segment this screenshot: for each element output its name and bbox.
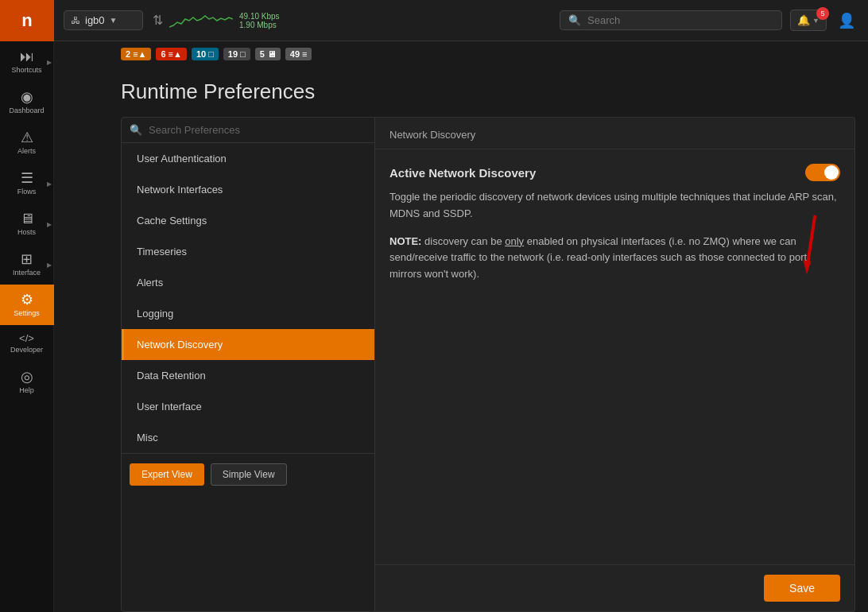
svg-line-0: [787, 217, 835, 267]
badge-icon: ≡▲: [133, 49, 146, 59]
search-input[interactable]: [587, 14, 773, 26]
note-body: discovery can be: [424, 235, 505, 247]
sidebar-item-label: Shortcuts: [11, 66, 41, 74]
sidebar-item-label: Interface: [13, 269, 41, 277]
traffic-download: 1.90 Mbps: [239, 21, 280, 29]
badge-flows[interactable]: 49 ≡: [285, 48, 312, 60]
badge-interfaces[interactable]: 19 □: [223, 48, 250, 60]
notification-button[interactable]: 🔔 ▼ 5: [790, 10, 827, 31]
interface-name: igb0: [85, 14, 105, 26]
sidebar-item-help[interactable]: ◎ Help: [0, 362, 54, 402]
search-icon: 🔍: [130, 124, 142, 136]
search-icon: 🔍: [568, 14, 581, 26]
sidebar-item-label: Alerts: [17, 147, 36, 155]
bell-icon: 🔔: [797, 14, 810, 26]
interface-selector[interactable]: 🖧 igb0 ▼: [64, 10, 143, 30]
sidebar-item-label: Hosts: [17, 228, 36, 236]
sidebar-item-dashboard[interactable]: ◉ Dashboard: [0, 82, 54, 122]
setting-note: NOTE: discovery can be only enabled on p…: [389, 234, 840, 283]
chevron-down-icon: ▼: [110, 16, 118, 25]
main-area: 🖧 igb0 ▼ ⇅ 49.10 Kbps 1.90 Mbps 🔍 🔔 ▼ 5: [54, 0, 868, 612]
pref-item-network-discovery[interactable]: Network Discovery: [122, 329, 374, 360]
note-label: NOTE:: [389, 235, 421, 247]
developer-icon: </>: [19, 333, 34, 343]
active-discovery-section: Active Network Discovery Toggle the peri…: [389, 164, 840, 283]
pref-item-user-auth[interactable]: User Authentication: [122, 143, 374, 174]
pref-item-alerts[interactable]: Alerts: [122, 267, 374, 298]
badge-errors[interactable]: 6 ≡▲: [156, 48, 186, 60]
interface-network-icon: 🖧: [71, 15, 80, 26]
badge-count: 6: [161, 49, 165, 59]
preferences-search[interactable]: 🔍: [122, 118, 374, 143]
badge-count: 10: [196, 49, 206, 59]
help-icon: ◎: [21, 370, 33, 384]
badge-warnings[interactable]: 2 ≡▲: [121, 48, 151, 60]
preferences-panel: 🔍 User Authentication Network Interfaces…: [121, 117, 375, 612]
badge-hosts[interactable]: 10 □: [192, 48, 219, 60]
settings-icon: ⚙: [21, 292, 33, 307]
toggle-knob: [824, 165, 839, 180]
section-header: Network Discovery: [375, 118, 854, 149]
save-button[interactable]: Save: [764, 575, 840, 602]
sidebar-item-label: Developer: [10, 346, 43, 354]
sidebar-item-flows[interactable]: ☰ Flows ▶: [0, 163, 54, 203]
traffic-indicator: ⇅ 49.10 Kbps 1.90 Mbps: [153, 11, 280, 30]
badge-icon: □: [208, 49, 214, 59]
pref-item-data-retention[interactable]: Data Retention: [122, 360, 374, 391]
topbar: 🖧 igb0 ▼ ⇅ 49.10 Kbps 1.90 Mbps 🔍 🔔 ▼ 5: [54, 0, 868, 41]
flows-icon: ☰: [21, 171, 33, 185]
pref-item-misc[interactable]: Misc: [122, 422, 374, 453]
expand-icon: ▶: [47, 220, 52, 227]
expand-icon: ▶: [47, 58, 52, 65]
expand-icon: ▶: [47, 261, 52, 268]
sidebar-item-label: Help: [19, 386, 34, 394]
setting-description: Toggle the periodic discovery of network…: [389, 189, 840, 223]
sidebar-item-label: Flows: [17, 188, 37, 196]
sidebar-item-label: Settings: [14, 309, 40, 317]
setting-title-row: Active Network Discovery: [389, 164, 840, 181]
pref-item-user-interface[interactable]: User Interface: [122, 391, 374, 422]
pref-item-network-interfaces[interactable]: Network Interfaces: [122, 174, 374, 205]
preferences-search-input[interactable]: [149, 124, 366, 136]
user-button[interactable]: 👤: [835, 9, 858, 33]
setting-title: Active Network Discovery: [389, 166, 536, 180]
badge-icon: ≡: [302, 49, 307, 59]
sidebar-item-developer[interactable]: </> Developer: [0, 325, 54, 362]
sidebar: n ⏭ Shortcuts ▶ ◉ Dashboard ⚠ Alerts ☰ F…: [0, 0, 54, 612]
badge-count: 49: [290, 49, 300, 59]
dashboard-icon: ◉: [21, 90, 33, 104]
traffic-values: 49.10 Kbps 1.90 Mbps: [239, 12, 280, 29]
active-discovery-toggle[interactable]: [805, 164, 840, 181]
right-panel-body: Active Network Discovery Toggle the peri…: [375, 149, 854, 564]
sidebar-item-label: Dashboard: [9, 107, 44, 114]
badges-row: 2 ≡▲ 6 ≡▲ 10 □ 19 □ 5 🖥 49 ≡: [54, 41, 868, 67]
traffic-chart: [169, 11, 233, 30]
search-box[interactable]: 🔍: [560, 10, 782, 30]
badge-devices[interactable]: 5 🖥: [255, 48, 281, 60]
alerts-icon: ⚠: [21, 130, 33, 145]
interface-icon: ⊞: [21, 252, 33, 266]
notification-badge: 5: [816, 7, 829, 20]
badge-count: 5: [260, 49, 265, 59]
page-title: Runtime Preferences: [121, 79, 855, 104]
settings-detail-panel: Network Discovery Active Network Discove…: [375, 117, 855, 612]
badge-icon: ≡▲: [169, 49, 182, 59]
sidebar-item-alerts[interactable]: ⚠ Alerts: [0, 122, 54, 163]
simple-view-button[interactable]: Simple View: [211, 463, 287, 486]
view-buttons: Expert View Simple View: [122, 453, 374, 495]
hosts-icon: 🖥: [20, 211, 34, 226]
note-only: only: [505, 235, 524, 247]
pref-item-logging[interactable]: Logging: [122, 298, 374, 329]
pref-item-cache-settings[interactable]: Cache Settings: [122, 205, 374, 236]
badge-icon: 🖥: [267, 49, 276, 59]
app-logo[interactable]: n: [0, 0, 54, 41]
sidebar-item-hosts[interactable]: 🖥 Hosts ▶: [0, 203, 54, 244]
sidebar-item-shortcuts[interactable]: ⏭ Shortcuts ▶: [0, 41, 54, 82]
expert-view-button[interactable]: Expert View: [130, 463, 204, 486]
traffic-arrow-icon: ⇅: [153, 13, 163, 28]
topbar-right: 🔍 🔔 ▼ 5 👤: [560, 9, 858, 33]
content-layout: 🔍 User Authentication Network Interfaces…: [121, 117, 855, 612]
sidebar-item-interface[interactable]: ⊞ Interface ▶: [0, 244, 54, 285]
sidebar-item-settings[interactable]: ⚙ Settings: [0, 285, 54, 325]
pref-item-timeseries[interactable]: Timeseries: [122, 236, 374, 267]
